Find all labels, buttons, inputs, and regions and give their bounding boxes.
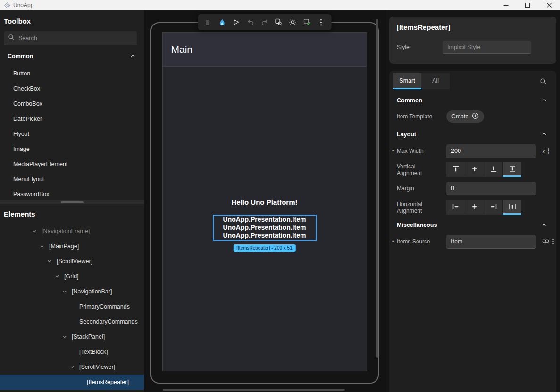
tab-smart[interactable]: Smart [393,73,421,89]
inspect-icon[interactable] [272,16,285,28]
toolbox-item-flyout[interactable]: Flyout [0,126,144,142]
toolbox-item-button[interactable]: Button [0,66,144,81]
tree-item-scrollviewer-2[interactable]: [ScrollViewer] [0,359,144,375]
more-icon[interactable] [548,148,549,154]
itemsrepeater-selection[interactable]: UnoApp.Presentation.Item UnoApp.Presenta… [213,215,317,241]
align-right-icon[interactable] [484,200,502,215]
tree-item-grid[interactable]: [Grid] [0,269,144,284]
tree-item-label: [NavigationBar] [72,288,112,295]
create-item-template-button[interactable]: Create [446,110,484,123]
modified-property-dot: • [392,238,394,245]
chevron-down-icon[interactable] [47,259,57,264]
chevron-up-icon[interactable] [542,96,547,105]
max-width-input[interactable] [446,144,536,158]
drag-handle-icon[interactable] [201,16,214,28]
repeater-item[interactable]: UnoApp.Presentation.Item [214,216,316,224]
margin-label: Margin [397,185,446,192]
chevron-down-icon[interactable] [62,334,72,339]
align-bottom-icon[interactable] [484,162,502,177]
more-icon[interactable] [552,239,554,244]
items-source-input[interactable] [446,235,536,249]
style-input[interactable] [443,41,531,54]
design-canvas[interactable]: Main Hello Uno Platform! UnoApp.Presenta… [144,10,385,392]
tree-item-label: [NavigationFrame] [42,228,90,234]
toolbox-item-mediaplayerelement[interactable]: MediaPlayerElement [0,157,144,172]
toolbox-item-checkbox[interactable]: CheckBox [0,81,144,96]
left-panel: Toolbox Common Button CheckBox ComboBox … [0,10,144,392]
section-layout-title: Layout [397,131,416,138]
toolbox-item-datepicker[interactable]: DatePicker [0,111,144,126]
tab-all[interactable]: All [421,73,450,89]
tree-item-mainpage[interactable]: [MainPage] [0,239,144,254]
tree-item-label: [ScrollViewer] [79,364,115,370]
chevron-down-icon[interactable] [40,244,49,249]
chevron-down-icon[interactable] [62,289,72,294]
tree-item-label: [MainPage] [49,243,79,250]
device-screen[interactable]: Main Hello Uno Platform! UnoApp.Presenta… [162,32,367,371]
elements-title: Elements [0,204,144,224]
margin-input[interactable] [446,182,536,195]
more-icon[interactable] [315,16,327,28]
tree-item-scrollviewer[interactable]: [ScrollViewer] [0,254,144,269]
flag-check-icon[interactable] [301,16,313,28]
binding-x-icon[interactable]: x [542,148,545,155]
selected-element-title: [ItemsRepeater] [397,23,549,31]
align-top-icon[interactable] [446,162,465,177]
tree-item-textblock[interactable]: [TextBlock] [0,344,144,359]
align-left-icon[interactable] [446,200,465,215]
horizontal-alignment-group [446,200,521,215]
chevron-down-icon[interactable] [55,274,64,279]
tree-item-secondarycommands[interactable]: SecondaryCommands [0,314,144,329]
redo-icon[interactable] [258,16,271,28]
align-hcenter-icon[interactable] [465,200,484,215]
tree-item-navigationbar[interactable]: [NavigationBar] [0,284,144,299]
toolbox-item-image[interactable]: Image [0,142,144,157]
toolbox-item-combobox[interactable]: ComboBox [0,96,144,111]
tree-item-itemsrepeater[interactable]: [ItemsRepeater] [0,375,144,390]
canvas-horizontal-scrollbar[interactable] [163,389,345,391]
search-icon[interactable] [540,78,547,85]
repeater-item[interactable]: UnoApp.Presentation.Item [214,224,316,232]
link-icon[interactable] [542,237,550,246]
tree-item-label: [ItemsRepeater] [87,379,129,385]
section-layout[interactable]: Layout [389,125,556,144]
page-content[interactable]: Hello Uno Platform! UnoApp.Presentation.… [163,67,367,371]
toolbox-search[interactable] [4,31,137,45]
hello-textblock[interactable]: Hello Uno Platform! [163,198,367,206]
window-title: UnoApp [13,2,33,8]
panel-splitter[interactable] [0,200,144,204]
stretch-horizontal-icon[interactable] [503,200,521,215]
search-input[interactable] [18,35,133,42]
toolbox-group-common[interactable]: Common [0,46,144,66]
selection-size-badge: [ItemsRepeater] - 200 x 51 [233,244,295,252]
app-navigation-bar[interactable]: Main [163,33,367,67]
stretch-vertical-icon[interactable] [503,162,521,177]
flame-icon[interactable] [216,16,228,28]
toolbox-item-passwordbox[interactable]: PasswordBox [0,187,144,200]
chevron-down-icon[interactable] [32,229,42,234]
tree-item-primarycommands[interactable]: PrimaryCommands [0,299,144,314]
chevron-down-icon[interactable] [70,365,79,369]
property-inspector: [ItemsRepeater] Style Smart All Common I… [385,10,560,392]
repeater-item[interactable]: UnoApp.Presentation.Item [214,232,316,240]
tree-item-label: [Grid] [64,273,79,280]
play-icon[interactable] [230,16,242,28]
canvas-vertical-scrollbar[interactable] [376,19,378,358]
tree-item-stackpanel[interactable]: [StackPanel] [0,329,144,344]
undo-icon[interactable] [244,16,257,28]
minimize-button[interactable] [495,0,517,10]
section-common[interactable]: Common [389,91,556,110]
items-source-label: • Items Source [397,238,446,245]
align-vcenter-icon[interactable] [465,162,484,177]
inspector-header-card: [ItemsRepeater] Style [389,17,556,64]
toolbox-item-menuflyout[interactable]: MenuFlyout [0,172,144,187]
maximize-button[interactable] [517,0,538,10]
chevron-up-icon[interactable] [542,221,547,229]
chevron-up-icon[interactable] [130,52,135,60]
tree-item-navigationframe[interactable]: [NavigationFrame] [0,224,144,239]
section-miscellaneous[interactable]: Miscellaneous [389,216,556,234]
close-button[interactable] [538,0,560,10]
theme-icon[interactable] [286,16,299,28]
section-miscellaneous-title: Miscellaneous [397,222,437,228]
chevron-up-icon[interactable] [542,130,547,139]
